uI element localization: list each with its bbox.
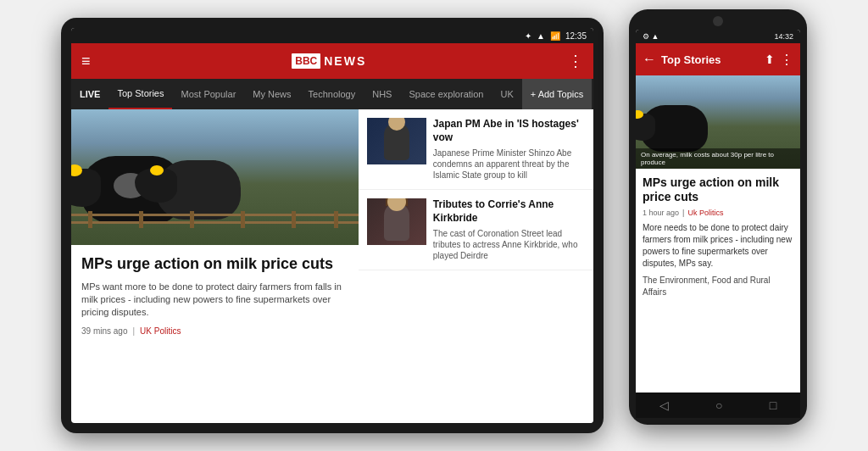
back-arrow-icon[interactable]: ←: [643, 52, 656, 67]
tab-nhs[interactable]: NHS: [364, 79, 400, 109]
fence-post: [139, 211, 143, 228]
secondary-story-1-summary: Japanese Prime Minister Shinzo Abe conde…: [433, 148, 585, 181]
bluetooth-icon: ✦: [525, 31, 531, 41]
secondary-story-1-content: Japan PM Abe in 'IS hostages' vow Japane…: [433, 118, 585, 181]
japan-pm-image: [367, 118, 426, 164]
main-story[interactable]: MPs urge action on milk price cuts MPs w…: [71, 109, 359, 423]
main-story-meta: 39 mins ago | UK Politics: [81, 326, 348, 336]
secondary-stories: Japan PM Abe in 'IS hostages' vow Japane…: [359, 109, 593, 423]
tablet-status-bar: ✦ ▲ 📶 12:35: [71, 28, 593, 43]
phone-article-meta: 1 hour ago | Uk Politics: [643, 209, 793, 217]
phone-article-image: On average, milk costs about 30p per lit…: [636, 75, 800, 169]
bbc-logo: BBC NEWS: [292, 53, 366, 69]
signal-icon: 📶: [550, 31, 560, 41]
phone-time: 14:32: [774, 32, 793, 41]
phone-meta-divider: |: [682, 209, 684, 217]
phone-device: ⚙ ▲ 14:32 ← Top Stories ⬆ ⋮: [629, 9, 807, 425]
secondary-story-2-content: Tributes to Corrie's Anne Kirkbride The …: [433, 198, 585, 261]
time-ago: 39 mins ago: [81, 326, 127, 336]
actress-scene: [367, 198, 426, 245]
tab-my-news[interactable]: My News: [244, 79, 299, 109]
actress-figure: [384, 203, 409, 241]
tab-uk[interactable]: UK: [492, 79, 521, 109]
phone-screen: ⚙ ▲ 14:32 ← Top Stories ⬆ ⋮: [636, 30, 800, 415]
secondary-story-2-headline: Tributes to Corrie's Anne Kirkbride: [433, 198, 585, 225]
phone-article-summary: More needs to be done to protect dairy f…: [643, 222, 793, 270]
main-story-text: MPs urge action on milk price cuts MPs w…: [71, 245, 359, 346]
cow1-head: [71, 169, 101, 207]
tab-live[interactable]: LIVE: [71, 79, 108, 109]
tab-space[interactable]: Space exploration: [400, 79, 492, 109]
tablet-device: ✦ ▲ 📶 12:35 ≡ BBC NEWS ⋮ LIVE: [61, 18, 604, 433]
tab-most-popular[interactable]: Most Popular: [172, 79, 244, 109]
secondary-story-2[interactable]: Tributes to Corrie's Anne Kirkbride The …: [359, 190, 593, 270]
phone-article-body: MPs urge action on milk price cuts 1 hou…: [636, 169, 800, 305]
phone-status-icons: ⚙ ▲: [643, 32, 659, 41]
navigation-tabs: LIVE Top Stories Most Popular My News Te…: [71, 79, 593, 109]
phone-cow-ear: [636, 110, 643, 119]
content-area: MPs urge action on milk price cuts MPs w…: [71, 109, 593, 423]
phone-bottom-nav: ◁ ○ □: [636, 393, 800, 415]
story-category[interactable]: UK Politics: [140, 326, 181, 336]
main-story-headline[interactable]: MPs urge action on milk price cuts: [81, 255, 348, 274]
wifi-icon: ▲: [537, 31, 545, 41]
phone-article-extra: The Environment, Food and Rural Affairs: [643, 275, 793, 298]
phone-more-icon[interactable]: ⋮: [780, 52, 793, 68]
fence-rail-bottom: [71, 221, 359, 224]
tablet-screen: ✦ ▲ 📶 12:35 ≡ BBC NEWS ⋮ LIVE: [71, 28, 593, 423]
main-story-summary: MPs want more to be done to protect dair…: [81, 281, 348, 320]
news-text: NEWS: [324, 54, 366, 68]
more-options-icon[interactable]: ⋮: [568, 52, 583, 70]
phone-home-button[interactable]: ○: [715, 398, 722, 412]
phone-page-title: Top Stories: [661, 53, 760, 66]
fence-post: [241, 211, 245, 228]
fence-rail-top: [71, 214, 359, 216]
pm-head: [388, 118, 405, 131]
tab-technology[interactable]: Technology: [300, 79, 364, 109]
phone-status-bar: ⚙ ▲ 14:32: [636, 30, 800, 43]
fence-post: [88, 211, 92, 228]
bbc-header: ≡ BBC NEWS ⋮: [71, 43, 593, 79]
phone-camera: [713, 16, 723, 26]
tab-top-stories[interactable]: Top Stories: [108, 79, 172, 109]
phone-image-caption: On average, milk costs about 30p per lit…: [636, 148, 800, 169]
secondary-story-1[interactable]: Japan PM Abe in 'IS hostages' vow Japane…: [359, 109, 593, 190]
phone-article-category[interactable]: Uk Politics: [687, 209, 723, 217]
meta-divider: |: [132, 326, 135, 336]
bbc-box: BBC: [292, 53, 320, 69]
fence-post: [334, 211, 338, 228]
cow2-ear: [150, 165, 164, 175]
fence-post: [292, 211, 296, 228]
menu-icon[interactable]: ≡: [81, 53, 91, 70]
pm-scene: [367, 118, 426, 164]
actress-image: [367, 198, 426, 245]
phone-time-ago: 1 hour ago: [643, 209, 679, 217]
phone-cow-body: [640, 105, 708, 152]
main-story-image: [71, 109, 359, 245]
phone-article-headline[interactable]: MPs urge action on milk price cuts: [643, 175, 793, 204]
tablet-time: 12:35: [565, 31, 587, 41]
secondary-story-1-headline: Japan PM Abe in 'IS hostages' vow: [433, 118, 585, 144]
cow-image: [71, 109, 359, 245]
phone-cow-head: [636, 114, 655, 141]
secondary-story-2-summary: The cast of Coronation Street lead tribu…: [433, 228, 585, 261]
phone-header: ← Top Stories ⬆ ⋮: [636, 43, 800, 75]
cow1-ear: [71, 164, 82, 176]
actress-head: [387, 198, 406, 211]
share-icon[interactable]: ⬆: [765, 53, 775, 66]
fence-post: [190, 211, 194, 228]
phone-back-button[interactable]: ◁: [659, 398, 669, 412]
scene: ✦ ▲ 📶 12:35 ≡ BBC NEWS ⋮ LIVE: [0, 0, 868, 451]
phone-recent-button[interactable]: □: [770, 398, 776, 412]
fence: [71, 211, 359, 228]
pm-figure: [384, 122, 409, 160]
tab-add-topics[interactable]: + Add Topics: [522, 79, 592, 109]
